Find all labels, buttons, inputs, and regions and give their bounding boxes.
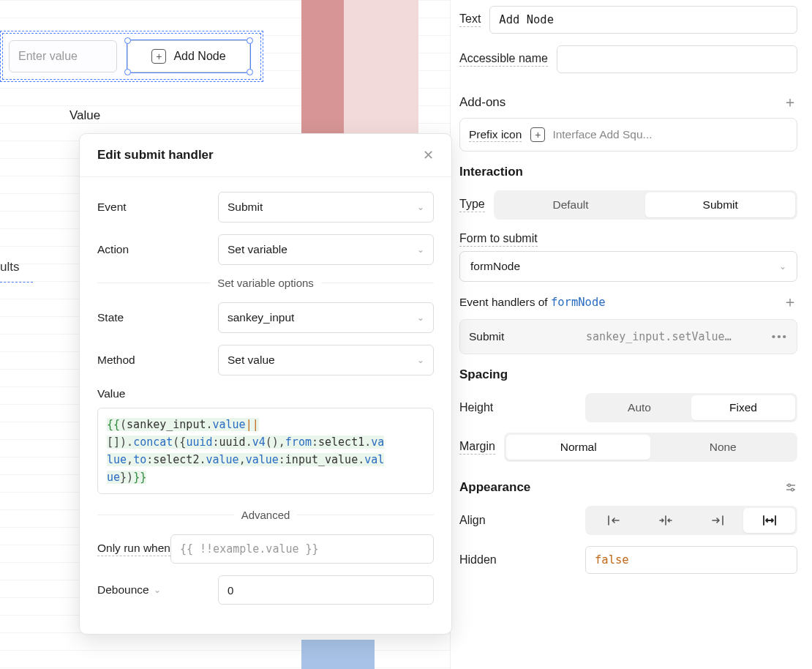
- svg-point-3: [792, 488, 794, 490]
- add-node-button[interactable]: + Add Node: [127, 40, 250, 72]
- event-select[interactable]: Submit ⌄: [218, 192, 434, 223]
- event-value: Submit: [228, 201, 263, 214]
- prefix-icon-value: Interface Add Squ...: [552, 128, 652, 141]
- chevron-down-icon: ⌄: [417, 313, 424, 323]
- chevron-down-icon: ⌄: [417, 202, 424, 212]
- add-square-icon: +: [530, 127, 545, 142]
- method-label: Method: [97, 354, 218, 367]
- hidden-label: Hidden: [459, 553, 576, 567]
- addons-header: Add-ons: [459, 95, 505, 110]
- margin-label: Margin: [459, 440, 495, 455]
- value-code-input[interactable]: {{(sankey_input.value|| []).concat({uuid…: [97, 408, 434, 494]
- chevron-down-icon: ⌄: [154, 585, 161, 595]
- chevron-down-icon: ⌄: [417, 355, 424, 365]
- text-field-input[interactable]: Add Node: [489, 6, 797, 34]
- type-label: Type: [459, 198, 485, 212]
- height-label: Height: [459, 401, 576, 414]
- chart-fragment-bottom: [301, 640, 375, 669]
- align-left-icon[interactable]: [587, 508, 639, 533]
- options-divider: Set variable options: [97, 277, 434, 289]
- align-right-icon[interactable]: [691, 508, 743, 533]
- chart-fragment-top: [301, 0, 418, 133]
- form-node-outline[interactable]: Enter value + Add Node: [0, 31, 263, 82]
- margin-segmented[interactable]: Normal None: [504, 433, 797, 462]
- hidden-input[interactable]: false: [585, 546, 797, 574]
- inspector-panel: Text Add Node Accessible name Add-ons ＋ …: [450, 0, 812, 669]
- state-select[interactable]: sankey_input ⌄: [218, 302, 434, 333]
- handler-name: Submit: [469, 330, 579, 343]
- align-segmented[interactable]: [585, 506, 797, 535]
- chevron-down-icon: ⌄: [779, 261, 786, 272]
- interaction-header: Interaction: [459, 165, 523, 179]
- event-label: Event: [97, 201, 218, 214]
- method-value: Set value: [228, 354, 275, 367]
- height-segmented[interactable]: Auto Fixed: [585, 393, 797, 422]
- settings-icon[interactable]: [784, 481, 797, 494]
- margin-option-none[interactable]: None: [650, 435, 795, 460]
- value-input[interactable]: Enter value: [9, 40, 117, 72]
- add-handler-button[interactable]: ＋: [783, 292, 797, 312]
- chevron-down-icon: ⌄: [417, 244, 424, 255]
- handler-row[interactable]: Submit sankey_input.setValue… •••: [459, 319, 797, 354]
- method-select[interactable]: Set value ⌄: [218, 345, 434, 375]
- debounce-input[interactable]: 0: [218, 575, 434, 605]
- form-to-submit-value: formNode: [470, 260, 520, 273]
- svg-point-1: [788, 484, 790, 486]
- accessible-name-input[interactable]: [557, 45, 797, 73]
- text-field-label: Text: [459, 12, 481, 27]
- type-option-submit[interactable]: Submit: [645, 193, 795, 217]
- only-run-label: Only run when: [97, 542, 170, 556]
- action-label: Action: [97, 243, 218, 256]
- add-square-icon: +: [151, 49, 166, 64]
- form-node-link[interactable]: formNode: [551, 296, 606, 309]
- spacing-header: Spacing: [459, 367, 508, 382]
- add-node-button-label: Add Node: [173, 50, 225, 63]
- action-value: Set variable: [228, 243, 287, 256]
- value-column-label: Value: [69, 108, 100, 123]
- advanced-divider: Advanced: [97, 509, 434, 521]
- close-icon[interactable]: ✕: [423, 147, 434, 163]
- results-outline: [0, 282, 33, 283]
- value-label: Value: [97, 387, 434, 400]
- prefix-icon-label: Prefix icon: [469, 128, 522, 142]
- action-select[interactable]: Set variable ⌄: [218, 234, 434, 265]
- handler-desc: sankey_input.setValue…: [586, 330, 764, 343]
- height-option-auto[interactable]: Auto: [587, 395, 691, 420]
- align-center-icon[interactable]: [639, 508, 691, 533]
- handler-more-icon[interactable]: •••: [772, 330, 788, 343]
- align-label: Align: [459, 514, 576, 527]
- modal-title: Edit submit handler: [97, 148, 214, 162]
- only-run-input[interactable]: {{ !!example.value }}: [170, 534, 434, 564]
- state-value: sankey_input: [228, 311, 294, 324]
- add-addon-button[interactable]: ＋: [783, 92, 797, 112]
- margin-option-normal[interactable]: Normal: [506, 435, 651, 460]
- type-segmented[interactable]: Default Submit: [494, 190, 797, 220]
- appearance-header: Appearance: [459, 480, 530, 495]
- type-option-default[interactable]: Default: [496, 193, 646, 217]
- results-label-fragment: ults: [0, 260, 19, 274]
- accessible-name-label: Accessible name: [459, 52, 548, 67]
- form-to-submit-select[interactable]: formNode ⌄: [459, 251, 797, 282]
- prefix-icon-row[interactable]: Prefix icon + Interface Add Squ...: [459, 118, 797, 152]
- align-stretch-icon[interactable]: [743, 508, 795, 533]
- event-handlers-label: Event handlers of formNode: [459, 296, 606, 309]
- form-to-submit-label: Form to submit: [459, 232, 538, 247]
- state-label: State: [97, 311, 218, 324]
- edit-handler-modal: Edit submit handler ✕ Event Submit ⌄ Act…: [79, 133, 452, 635]
- height-option-fixed[interactable]: Fixed: [691, 395, 795, 420]
- debounce-label[interactable]: Debounce ⌄: [97, 583, 218, 597]
